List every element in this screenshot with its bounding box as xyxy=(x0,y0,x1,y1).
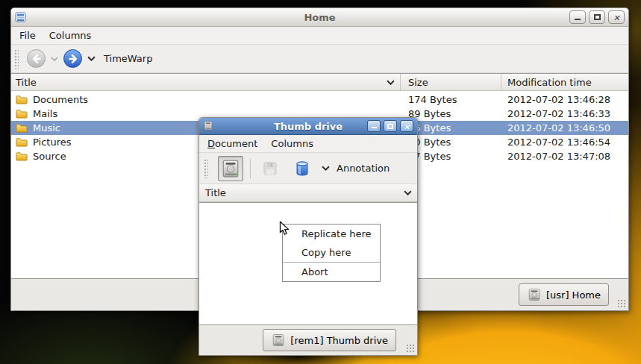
column-header-title[interactable]: Title xyxy=(199,184,417,201)
minimize-button[interactable] xyxy=(367,120,381,132)
minimize-icon xyxy=(575,19,581,20)
thumb-list-header: Title xyxy=(199,184,417,202)
column-header-modified[interactable]: Modification time xyxy=(501,74,628,90)
back-arrow-icon xyxy=(30,52,43,66)
toolbar-grip-handle[interactable] xyxy=(204,159,208,178)
column-header-title[interactable]: Title xyxy=(11,74,401,90)
minimize-icon xyxy=(372,127,377,128)
close-icon xyxy=(613,12,619,23)
location-label: TimeWarp xyxy=(104,53,152,64)
removable-media-icon xyxy=(293,159,311,178)
thumb-volume-button[interactable]: [rem1] Thumb drive xyxy=(263,329,396,351)
close-button[interactable] xyxy=(608,10,625,24)
toolbar-separator xyxy=(250,159,251,178)
folder-icon xyxy=(16,109,28,119)
close-button[interactable] xyxy=(400,120,413,132)
thumb-titlebar[interactable]: Thumb drive xyxy=(199,118,417,135)
hard-drive-icon xyxy=(271,333,286,347)
back-history-dropdown[interactable] xyxy=(51,57,58,61)
save-floppy-icon xyxy=(261,160,279,178)
forward-arrow-icon xyxy=(66,52,80,66)
home-toolbar: TimeWarp xyxy=(11,45,628,73)
menu-columns[interactable]: Columns xyxy=(44,28,97,43)
toolbar-grip-handle[interactable] xyxy=(14,49,19,69)
annotation-dropdown[interactable] xyxy=(322,166,330,171)
close-icon xyxy=(404,121,410,132)
maximize-icon xyxy=(387,124,393,129)
folder-icon xyxy=(16,137,28,147)
menu-columns[interactable]: Columns xyxy=(266,136,319,151)
hard-drive-icon xyxy=(221,159,240,178)
chevron-down-icon xyxy=(51,57,58,61)
resize-grip[interactable] xyxy=(406,344,415,353)
sort-chevron-icon xyxy=(387,80,395,85)
drive-window-icon xyxy=(203,121,215,131)
column-header-size[interactable]: Size xyxy=(401,74,501,90)
maximize-icon xyxy=(594,14,601,20)
chevron-down-icon xyxy=(322,166,330,171)
sort-chevron-icon xyxy=(404,190,412,195)
minimize-button[interactable] xyxy=(569,10,586,24)
thumb-statusbar: [rem1] Thumb drive xyxy=(199,325,417,355)
menu-document[interactable]: Document xyxy=(202,136,263,151)
menu-item-copy-here[interactable]: Copy here xyxy=(283,243,380,262)
home-window-title: Home xyxy=(11,12,628,23)
folder-icon xyxy=(16,151,28,161)
maximize-button[interactable] xyxy=(384,120,397,132)
folder-icon xyxy=(16,123,28,133)
maximize-button[interactable] xyxy=(589,10,605,24)
drive-view-button[interactable] xyxy=(218,156,243,181)
back-button[interactable] xyxy=(27,49,46,68)
save-button[interactable] xyxy=(257,156,283,181)
context-menu: Replicate here Copy here Abort xyxy=(282,224,381,282)
hard-drive-icon xyxy=(527,288,542,301)
resize-grip[interactable] xyxy=(617,299,626,308)
home-menubar: File Columns xyxy=(11,27,628,45)
home-titlebar[interactable]: Home xyxy=(11,8,628,27)
menu-item-replicate-here[interactable]: Replicate here xyxy=(283,225,380,243)
forward-button[interactable] xyxy=(63,49,82,68)
thumb-menubar: Document Columns xyxy=(199,135,417,153)
annotation-label: Annotation xyxy=(337,163,390,174)
thumb-toolbar: Annotation xyxy=(199,153,417,184)
chevron-down-icon xyxy=(87,56,96,61)
file-row-documents[interactable]: Documents 174 Bytes 2012-07-02 13:46:28 xyxy=(11,92,628,107)
list-header: Title Size Modification time xyxy=(11,74,628,91)
removable-media-button[interactable] xyxy=(290,156,315,181)
folder-icon xyxy=(16,95,28,104)
forward-history-dropdown[interactable] xyxy=(87,56,96,61)
menu-file[interactable]: File xyxy=(14,28,41,43)
home-volume-button[interactable]: [usr] Home xyxy=(519,283,609,306)
menu-item-abort[interactable]: Abort xyxy=(283,263,380,281)
app-window-icon xyxy=(15,12,27,22)
